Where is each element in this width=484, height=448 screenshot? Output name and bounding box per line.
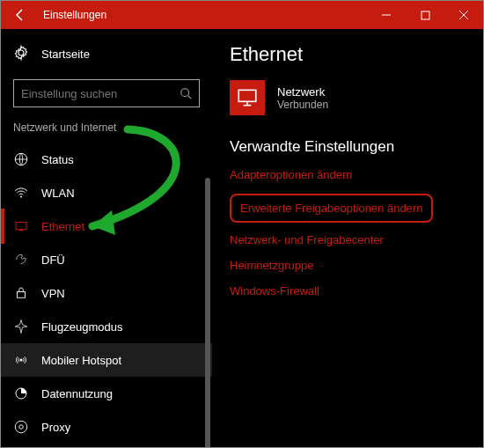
sidebar-item-ethernet[interactable]: Ethernet	[1, 209, 212, 243]
sidebar-item-label: Proxy	[41, 421, 70, 434]
maximize-button[interactable]	[406, 1, 444, 29]
svg-line-3	[188, 96, 192, 99]
sidebar-item-datausage[interactable]: Datennutzung	[1, 377, 212, 410]
svg-point-2	[181, 89, 189, 97]
gear-icon	[13, 45, 29, 63]
sidebar-item-wlan[interactable]: WLAN	[1, 176, 212, 209]
svg-rect-8	[18, 292, 26, 298]
sidebar-item-status[interactable]: Status	[1, 143, 212, 176]
search-box[interactable]	[13, 79, 200, 107]
link-homegroup[interactable]: Heimnetzgruppe	[230, 259, 466, 272]
sidebar-scrollbar[interactable]	[205, 143, 210, 447]
svg-rect-6	[16, 223, 26, 230]
network-row[interactable]: Netzwerk Verbunden	[230, 80, 466, 115]
sidebar: Startseite Netzwerk und Internet Status …	[1, 29, 212, 447]
sidebar-item-label: Datennutzung	[41, 387, 113, 400]
related-heading: Verwandte Einstellungen	[230, 138, 466, 156]
svg-rect-1	[422, 11, 429, 19]
network-status: Verbunden	[277, 99, 328, 111]
sidebar-item-vpn[interactable]: VPN	[1, 276, 212, 310]
page-title: Ethernet	[230, 43, 466, 66]
network-tile-icon	[230, 80, 265, 115]
sidebar-item-label: VPN	[41, 287, 65, 300]
svg-rect-14	[238, 90, 256, 101]
sidebar-item-label: Flugzeugmodus	[41, 320, 123, 334]
vpn-icon	[13, 285, 29, 301]
search-icon	[180, 87, 192, 99]
sidebar-item-hotspot[interactable]: Mobiler Hotspot	[1, 343, 212, 377]
arrow-left-icon	[13, 8, 27, 22]
link-adapter-options[interactable]: Adapteroptionen ändern	[230, 168, 466, 181]
sidebar-item-airplane[interactable]: Flugzeugmodus	[1, 310, 212, 343]
svg-point-9	[20, 359, 23, 362]
airplane-icon	[13, 319, 29, 334]
svg-point-5	[20, 196, 22, 198]
link-network-center[interactable]: Netzwerk- und Freigabecenter	[230, 233, 466, 246]
scrollbar-thumb[interactable]	[205, 178, 210, 447]
maximize-icon	[421, 11, 430, 20]
svg-point-12	[19, 425, 24, 430]
close-button[interactable]	[444, 1, 483, 29]
monitor-icon	[236, 86, 259, 109]
search-input[interactable]	[21, 87, 180, 100]
sidebar-item-proxy[interactable]: Proxy	[1, 410, 212, 444]
sidebar-item-label: Mobiler Hotspot	[41, 354, 121, 367]
ethernet-icon	[13, 218, 29, 234]
window-body: Startseite Netzwerk und Internet Status …	[1, 29, 483, 447]
proxy-icon	[13, 419, 29, 435]
svg-rect-7	[19, 230, 24, 231]
link-advanced-sharing[interactable]: Erweiterte Freigabeoptionen ändern	[230, 194, 433, 223]
hotspot-icon	[13, 352, 29, 368]
nav-list: Status WLAN Ethernet DFÜ VPN	[1, 143, 212, 447]
sidebar-item-dfu[interactable]: DFÜ	[1, 243, 212, 276]
sidebar-item-label: DFÜ	[41, 253, 65, 267]
sidebar-item-label: WLAN	[41, 187, 75, 200]
content-pane: Ethernet Netzwerk Verbunden Verwandte Ei…	[212, 29, 483, 447]
window-title: Einstellungen	[40, 9, 367, 21]
status-icon	[13, 151, 29, 167]
network-name: Netzwerk	[277, 85, 328, 99]
network-text: Netzwerk Verbunden	[277, 85, 328, 111]
svg-point-11	[15, 421, 27, 433]
back-button[interactable]	[1, 1, 40, 29]
dialup-icon	[13, 252, 29, 268]
minimize-button[interactable]	[367, 1, 406, 29]
sidebar-item-label: Status	[41, 153, 74, 166]
settings-window: Einstellungen Startseite Netzwerk und In…	[0, 0, 484, 448]
section-label: Netzwerk und Internet	[1, 120, 212, 143]
minimize-icon	[381, 10, 392, 20]
data-usage-icon	[13, 386, 29, 401]
home-button[interactable]: Startseite	[1, 38, 212, 70]
wifi-icon	[13, 185, 29, 201]
home-label: Startseite	[41, 48, 90, 61]
close-icon	[458, 10, 469, 20]
link-firewall[interactable]: Windows-Firewall	[230, 284, 466, 297]
titlebar: Einstellungen	[1, 1, 483, 29]
sidebar-item-label: Ethernet	[41, 220, 84, 233]
